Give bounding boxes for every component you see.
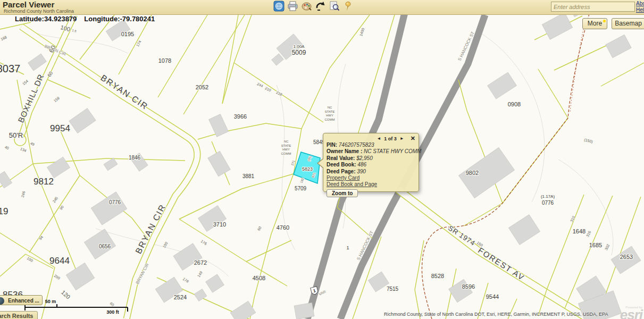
parcel-number-label: 19	[0, 206, 8, 216]
scale-feet-label: 300 ft	[106, 309, 119, 315]
app-subtitle: Richmond County North Carolina	[4, 9, 74, 14]
pager-next-icon[interactable]: ►	[400, 136, 404, 141]
coordinates-readout: Latitude:34.923879Longitude:-79.780241	[15, 15, 162, 23]
parcel-number-label: (1.17A)	[541, 194, 555, 199]
parcel-number-label: 0776	[109, 199, 121, 205]
identify-icon[interactable]	[329, 1, 340, 12]
parcel-number-label: 1078	[158, 57, 171, 64]
more-button-label: More	[588, 20, 602, 27]
pager-prev-icon[interactable]: ◄	[377, 136, 381, 141]
basemap-button[interactable]: Basemap	[612, 18, 644, 29]
toolbar	[273, 1, 354, 12]
draw-icon[interactable]	[301, 1, 312, 12]
parcel-number-label: 7515	[387, 286, 399, 292]
parcel-number-label: 9812	[34, 177, 54, 187]
parcel-number-label: 8596	[462, 283, 475, 290]
parcel-number-label: 3966	[234, 113, 247, 120]
parcel-number-label: 2672	[194, 259, 207, 266]
parcel-number-label: 0908	[508, 101, 521, 107]
pager-count: 1 of 3	[384, 136, 397, 141]
app-header: Parcel Viewer Richmond County North Caro…	[0, 0, 644, 15]
parcel-number-label: 3881	[242, 173, 255, 179]
parcel-number-label: 5009	[292, 49, 306, 56]
latitude-value: Latitude:34.923879	[15, 15, 77, 23]
deed-book-page-link[interactable]: Deed Book and Page	[327, 181, 415, 188]
parcel-number-label: 9802	[466, 170, 479, 176]
about-link[interactable]: About	[636, 1, 644, 6]
search-results-label: Search Results	[0, 313, 33, 319]
popup-pager: ◄ 1 of 3 ► ✕	[327, 135, 415, 142]
overview-map-icon[interactable]	[273, 1, 285, 12]
parcel-number-label: 0776	[542, 200, 554, 206]
parcel-number-label: 3710	[213, 221, 226, 228]
field-deed-book: Deed Book: 486	[327, 162, 415, 168]
print-icon[interactable]	[287, 1, 298, 12]
parcel-number-label: 0656	[99, 244, 111, 249]
esri-logo: Powered by esri	[620, 306, 642, 319]
field-deed-page: Deed Page: 390	[327, 169, 415, 175]
parcel-number-label: 9544	[486, 293, 499, 300]
field-owner: Owner Name : NC STATE HWY COMM	[327, 148, 415, 155]
notification-dot	[603, 20, 606, 22]
parcel-number-label: 8037	[0, 63, 20, 74]
locate-icon[interactable]	[342, 1, 354, 12]
parcel-number-label: 9954	[50, 123, 70, 133]
zoom-to-button[interactable]: Zoom to	[327, 189, 358, 197]
parcel-number-label: 9644	[49, 256, 70, 266]
parcel-number-label: 1685	[589, 242, 602, 248]
property-card-link[interactable]: Property Card	[327, 175, 415, 181]
parcel-number-label: 2524	[174, 294, 187, 300]
globe-icon	[0, 297, 4, 305]
previous-extent-icon[interactable]	[315, 1, 326, 12]
parcel-number-label: 2052	[196, 84, 208, 90]
selected-parcel-label: 5823	[302, 166, 313, 172]
parcel-number-label: 4760	[277, 224, 289, 231]
field-pin: PIN: 746207575823	[327, 142, 415, 148]
longitude-value: Longitude:-79.780241	[84, 15, 155, 23]
app-title: Parcel Viewer	[3, 0, 54, 9]
parcel-number-label: 5709	[295, 186, 307, 191]
parcel-number-label: 1.00A	[294, 44, 305, 49]
search-input[interactable]	[551, 2, 635, 12]
help-link[interactable]: Help	[636, 7, 644, 13]
enhanced-search-button[interactable]: Enhanced ...	[0, 295, 43, 305]
building-footprint	[294, 303, 314, 319]
search-results-tab[interactable]: Search Results	[0, 311, 38, 319]
parcel-number-label: 1648	[573, 228, 586, 234]
scale-meters-label: 50 m	[45, 299, 56, 304]
popup-close-icon[interactable]: ✕	[411, 135, 415, 142]
parcel-number-label: 8528	[431, 273, 444, 279]
parcel-number-label: 50'R	[9, 131, 23, 139]
parcel-info-popup: ◄ 1 of 3 ► ✕ PIN: 746207575823 Owner Nam…	[323, 133, 419, 192]
parcel-number-label: 0195	[121, 31, 134, 37]
basemap-button-label: Basemap	[615, 20, 642, 27]
parcel-number-label: 1846	[129, 155, 141, 161]
map-attribution: Richmond County, State of North Carolina…	[384, 312, 608, 317]
parcel-number-label: 1	[346, 245, 349, 250]
parcel-number-label: 2653	[620, 254, 633, 260]
field-real-value: Real Value: $2,950	[327, 155, 415, 162]
more-button[interactable]: More	[582, 18, 607, 29]
parcel-number-label: 4508	[253, 275, 265, 281]
enhanced-label: Enhanced ...	[8, 298, 39, 304]
